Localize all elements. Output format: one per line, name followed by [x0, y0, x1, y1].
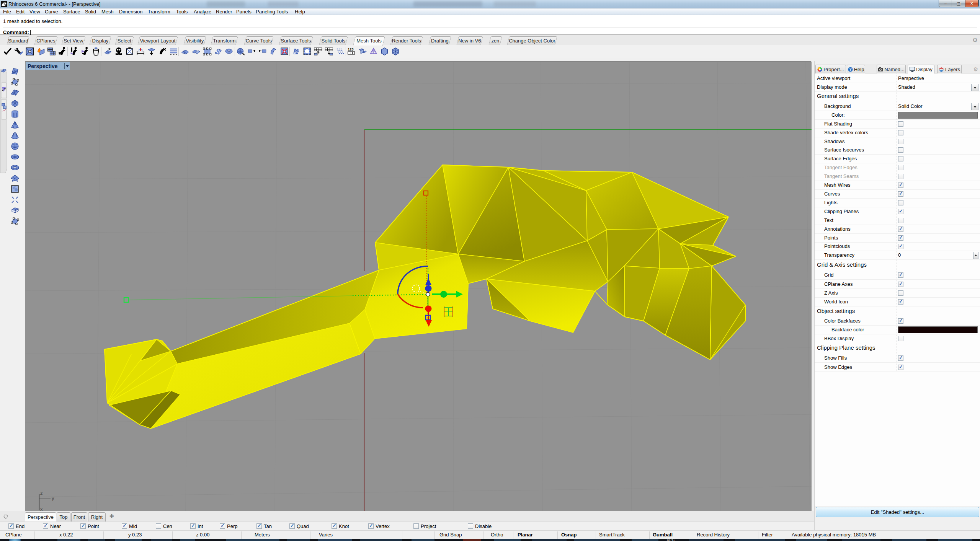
- svg-text:123: 123: [348, 47, 354, 51]
- svg-text:z: z: [40, 490, 43, 496]
- svg-text:y: y: [52, 495, 54, 501]
- svg-text:?: ?: [849, 67, 851, 72]
- svg-text:Perspective: Perspective: [28, 63, 58, 69]
